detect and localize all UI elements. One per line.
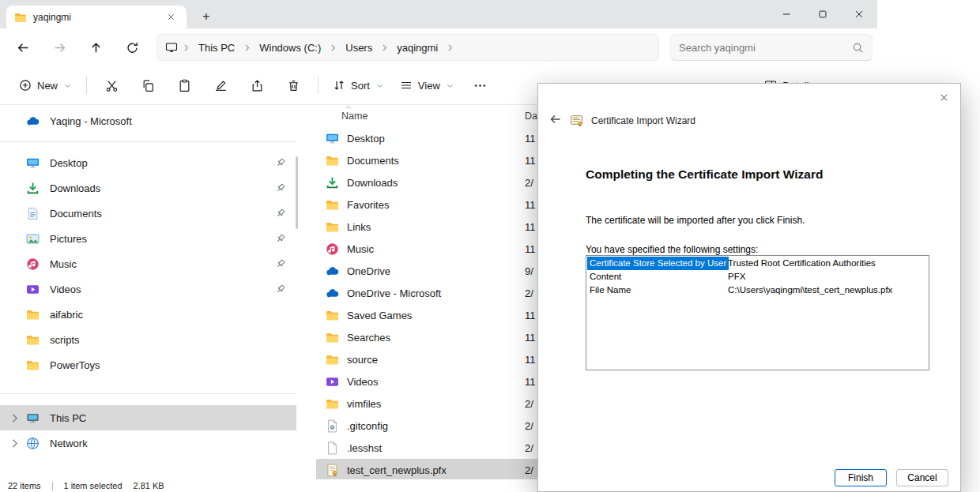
folder-icon	[26, 359, 40, 372]
back-button[interactable]	[8, 33, 38, 62]
search-box[interactable]	[670, 34, 873, 61]
sidebar-item-label: Documents	[50, 208, 102, 220]
settings-label: You have specified the following setting…	[586, 244, 758, 255]
settings-row-filename[interactable]: File Name C:\Users\yaqingmi\test_cert_ne…	[587, 284, 928, 297]
sidebar-item-documents[interactable]: Documents	[0, 201, 296, 226]
sidebar-item-onedrive[interactable]: Yaqing - Microsoft	[0, 108, 296, 133]
folder-icon	[326, 397, 339, 411]
sidebar-item-label: This PC	[50, 412, 86, 424]
breadcrumb-windows-c[interactable]: Windows (C:)	[254, 40, 326, 55]
file-name: OneDrive - Microsoft	[347, 287, 441, 299]
cancel-button[interactable]: Cancel	[896, 469, 948, 486]
sidebar-item-music[interactable]: Music	[0, 251, 296, 276]
sidebar-scrollbar[interactable]	[296, 156, 298, 229]
paste-button[interactable]	[166, 72, 202, 99]
file-name: Music	[347, 243, 374, 255]
sidebar-item-aifabric[interactable]: aifabric	[0, 302, 296, 327]
selection-size: 2.81 KB	[134, 481, 164, 490]
file-icon	[326, 441, 339, 455]
delete-button[interactable]	[275, 72, 311, 99]
folder-icon	[26, 308, 40, 321]
view-button[interactable]: View	[392, 72, 462, 99]
file-date: 2/	[525, 464, 533, 476]
videos-icon	[26, 283, 40, 296]
sidebar-item-this-pc[interactable]: This PC	[0, 405, 296, 430]
folder-icon	[326, 309, 339, 322]
items-count: 22 items	[8, 481, 41, 490]
file-name: Links	[347, 221, 371, 233]
sidebar-item-network[interactable]: Network	[0, 430, 296, 456]
chevron-right-icon	[445, 43, 455, 53]
forward-button[interactable]	[44, 33, 74, 62]
chevron-right-icon	[242, 43, 252, 53]
column-header-name[interactable]: Name	[316, 111, 368, 122]
dialog-back-button[interactable]	[549, 113, 562, 128]
rename-icon	[214, 79, 228, 92]
new-tab-button[interactable]: +	[196, 6, 217, 27]
settings-row-content[interactable]: Content PFX	[587, 270, 928, 284]
new-label: New	[37, 80, 58, 92]
search-input[interactable]	[679, 42, 852, 54]
file-name: OneDrive	[347, 265, 390, 277]
up-button[interactable]	[81, 33, 111, 62]
file-name: Downloads	[347, 177, 398, 189]
more-options-button[interactable]	[462, 72, 499, 99]
sidebar-item-powertoys[interactable]: PowerToys	[0, 352, 296, 377]
desktop-icon	[26, 156, 40, 170]
sidebar-item-downloads[interactable]: Downloads	[0, 175, 296, 201]
folder-icon	[326, 353, 339, 366]
file-date: 11	[525, 376, 536, 388]
pin-icon	[275, 208, 286, 219]
chevron-down-icon	[446, 81, 454, 90]
rename-button[interactable]	[202, 72, 239, 99]
setting-key: Certificate Store Selected by User	[587, 257, 729, 270]
dialog-close-button[interactable]	[930, 86, 957, 108]
finish-button[interactable]: Finish	[835, 469, 887, 486]
refresh-button[interactable]	[117, 33, 147, 62]
sidebar-item-label: Music	[50, 258, 77, 270]
sidebar-item-pictures[interactable]: Pictures	[0, 226, 296, 251]
sidebar-item-desktop[interactable]: Desktop	[0, 150, 296, 175]
setting-key: File Name	[587, 284, 633, 297]
minimize-button[interactable]	[768, 0, 805, 28]
column-header-date[interactable]: Da	[525, 111, 537, 122]
chevron-right-icon[interactable]	[8, 437, 21, 450]
cut-button[interactable]	[93, 72, 130, 99]
sort-button[interactable]: Sort	[325, 72, 392, 99]
pin-icon	[275, 233, 286, 244]
navigation-pane: Yaqing - Microsoft Desktop Downloads Doc…	[0, 105, 296, 479]
close-window-button[interactable]	[841, 0, 877, 28]
chevron-right-icon[interactable]	[8, 411, 21, 425]
file-name: Documents	[347, 155, 399, 167]
file-name: Videos	[347, 376, 379, 388]
folder-icon	[326, 154, 339, 167]
delete-icon	[287, 79, 300, 92]
maximize-button[interactable]	[805, 0, 841, 28]
explorer-tab[interactable]: yaqingmi	[6, 6, 187, 28]
setting-value: C:\Users\yaqingmi\test_cert_newplus.pfx	[728, 284, 892, 297]
copy-button[interactable]	[130, 72, 166, 99]
window-controls	[768, 0, 877, 28]
close-icon	[939, 92, 949, 103]
file-date: 11	[525, 243, 536, 255]
breadcrumb-users[interactable]: Users	[340, 40, 378, 55]
breadcrumb-this-pc[interactable]: This PC	[193, 40, 240, 55]
sidebar-item-scripts[interactable]: scripts	[0, 327, 296, 352]
sidebar-item-label: aifabric	[50, 309, 83, 321]
tab-close-button[interactable]	[163, 9, 179, 25]
sidebar-item-label: Videos	[50, 284, 81, 295]
up-icon	[89, 41, 103, 54]
cloud-icon	[326, 265, 339, 278]
settings-list[interactable]: Certificate Store Selected by User Trust…	[586, 255, 929, 370]
share-button[interactable]	[239, 72, 275, 99]
pictures-icon	[26, 232, 40, 246]
file-date: 11	[525, 199, 536, 211]
new-button[interactable]: New	[11, 72, 80, 99]
settings-row-store[interactable]: Certificate Store Selected by User Trust…	[587, 257, 928, 270]
desktop-icon	[326, 132, 339, 145]
breadcrumb-yaqingmi[interactable]: yaqingmi	[391, 40, 443, 55]
file-name: Searches	[347, 332, 390, 344]
sidebar-item-videos[interactable]: Videos	[0, 276, 296, 302]
file-date: 2/	[525, 420, 533, 432]
back-icon	[549, 113, 562, 126]
